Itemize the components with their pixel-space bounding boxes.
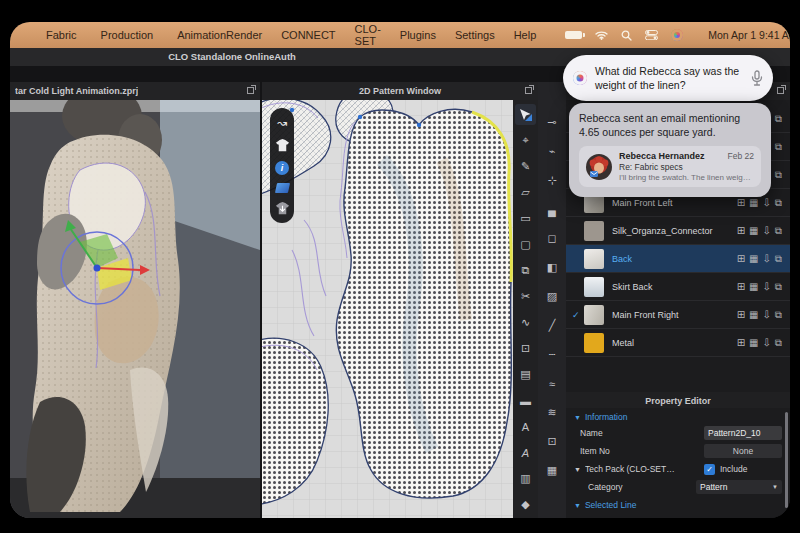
table-row-metal[interactable]: Metal ⊞▦⇩⧉: [566, 329, 790, 357]
chevron-down-icon[interactable]: ▼: [574, 466, 581, 473]
copy-icon[interactable]: ⧉: [775, 226, 782, 236]
battery-icon[interactable]: [565, 31, 582, 39]
table-row-silk-organza-connector[interactable]: Silk_Organza_Connector ⊞▦⇩⧉: [566, 217, 790, 245]
pattern-grid-icon[interactable]: ▦: [749, 282, 758, 292]
trace-tool[interactable]: ∿: [515, 312, 536, 333]
copy-icon[interactable]: ⧉: [775, 254, 782, 264]
segment-sew-tool[interactable]: ⊸: [541, 112, 563, 133]
search-icon[interactable]: [621, 30, 632, 41]
name-field[interactable]: Pattern2D_10: [704, 426, 782, 440]
select-transform-tool[interactable]: [515, 104, 536, 125]
dart-tool[interactable]: ◆: [515, 494, 536, 515]
pattern-piece-main-front[interactable]: [336, 109, 511, 498]
wifi-icon[interactable]: [595, 30, 608, 40]
microphone-icon[interactable]: [751, 70, 763, 86]
polygon-tool[interactable]: ▱: [515, 182, 536, 203]
add-icon[interactable]: ⊞: [737, 338, 745, 348]
menu-settings[interactable]: Settings: [455, 29, 495, 41]
add-icon[interactable]: ⊞: [737, 254, 745, 264]
simulate-garment-tool[interactable]: ◻: [541, 228, 563, 249]
rectangle-tool[interactable]: ▭: [515, 208, 536, 229]
add-icon[interactable]: ⊞: [737, 310, 745, 320]
2d-pattern-titlebar[interactable]: 2D Pattern Window: [262, 82, 538, 100]
copy-icon[interactable]: ⧉: [775, 310, 782, 320]
topstitch-tool[interactable]: ≋: [541, 402, 563, 423]
pattern-grid-icon[interactable]: ▦: [749, 310, 758, 320]
menu-render[interactable]: Render: [226, 29, 262, 41]
category-dropdown[interactable]: Pattern ▼: [696, 480, 782, 494]
pattern-grid-icon[interactable]: ▦: [749, 198, 758, 208]
2d-pattern-canvas[interactable]: [262, 100, 513, 518]
binding-tool[interactable]: ▬: [515, 390, 536, 411]
clone-pattern-tool[interactable]: ⧉: [515, 260, 536, 281]
menu-fabric[interactable]: Fabric: [46, 29, 77, 41]
table-row-skirt-back[interactable]: Skirt Back ⊞▦⇩⧉: [566, 273, 790, 301]
cut-tool[interactable]: ✂: [515, 286, 536, 307]
section-information[interactable]: ▼Information: [566, 408, 790, 424]
quilt-tool[interactable]: ▦: [541, 460, 563, 481]
pleat-fold-tool[interactable]: ▤: [515, 364, 536, 385]
scrollbar[interactable]: [785, 412, 788, 508]
save-icon[interactable]: ⇩: [762, 310, 770, 320]
email-result-card[interactable]: Rebecca Hernandez Feb 22 Re: Fabric spec…: [579, 146, 761, 187]
copy-icon[interactable]: ⧉: [775, 282, 782, 292]
save-icon[interactable]: ⇩: [762, 198, 770, 208]
edit-pattern-tool[interactable]: ⌖: [515, 130, 536, 151]
add-icon[interactable]: ⊞: [737, 226, 745, 236]
save-icon[interactable]: ⇩: [762, 254, 770, 264]
save-icon[interactable]: ⇩: [762, 226, 770, 236]
text-edit-tool[interactable]: A: [515, 442, 536, 463]
garment-shirt-icon[interactable]: [275, 138, 290, 153]
check-icon[interactable]: ✓: [572, 310, 584, 320]
assistant-answer-card[interactable]: Rebecca sent an email mentioning 4.65 ou…: [569, 103, 771, 197]
undock-window-icon[interactable]: [777, 87, 784, 94]
shape-box-tool[interactable]: ⊡: [515, 338, 536, 359]
save-icon[interactable]: ⇩: [762, 282, 770, 292]
zigzag-stitch-tool[interactable]: ≈: [541, 373, 563, 394]
text-tool[interactable]: A: [515, 416, 536, 437]
menu-clo-set[interactable]: CLO-SET: [355, 23, 381, 47]
menu-plugins[interactable]: Plugins: [400, 29, 436, 41]
undock-window-icon[interactable]: [525, 87, 532, 94]
menubar-clock[interactable]: Mon Apr 1 9:41 AM: [708, 29, 790, 41]
fabric-swatch-icon[interactable]: [274, 183, 289, 193]
menu-connect[interactable]: CONNECT: [281, 29, 335, 41]
item-no-field[interactable]: None: [704, 444, 782, 458]
garment-export-icon[interactable]: [275, 201, 290, 216]
control-center-icon[interactable]: [645, 30, 658, 40]
dashed-rectangle-tool[interactable]: ▢: [515, 234, 536, 255]
needle-pen-icon[interactable]: ↝: [275, 115, 290, 130]
table-row-main-front-right[interactable]: ✓ Main Front Right ⊞▦⇩⧉: [566, 301, 790, 329]
info-icon[interactable]: i: [275, 161, 289, 175]
stitch-dashed-tool[interactable]: ┄: [541, 344, 563, 365]
free-sew-tool[interactable]: ⌁: [541, 141, 563, 162]
iron-press-tool[interactable]: ▄: [541, 199, 563, 220]
pattern-grid-icon[interactable]: ▦: [749, 226, 758, 236]
section-selected-line[interactable]: ▼Selected Line: [566, 496, 790, 512]
3d-viewport-titlebar[interactable]: tar Cold Light Animation.zprj: [10, 82, 260, 100]
menu-production[interactable]: Production: [101, 29, 154, 41]
pin-garment-tool[interactable]: ◧: [541, 257, 563, 278]
pen-polygon-tool[interactable]: ✎: [515, 156, 536, 177]
save-icon[interactable]: ⇩: [762, 338, 770, 348]
assistant-menu-icon[interactable]: [671, 29, 683, 41]
copy-icon[interactable]: ⧉: [775, 170, 782, 180]
assistant-question-bubble[interactable]: What did Rebecca say was the weight of t…: [563, 55, 773, 101]
copy-icon[interactable]: ⧉: [775, 338, 782, 348]
pleats-panel-tool[interactable]: ▥: [515, 468, 536, 489]
include-checkbox[interactable]: ✓: [704, 464, 715, 475]
sewing-machine-tool[interactable]: ⊡: [541, 431, 563, 452]
detach-sew-tool[interactable]: ⊹: [541, 170, 563, 191]
3d-viewport-canvas[interactable]: [10, 100, 260, 518]
menu-animation[interactable]: Animation: [177, 29, 226, 41]
copy-icon[interactable]: ⧉: [775, 142, 782, 152]
copy-icon[interactable]: ⧉: [775, 114, 782, 124]
add-icon[interactable]: ⊞: [737, 282, 745, 292]
pattern-grid-icon[interactable]: ▦: [749, 338, 758, 348]
fabric-texture-tool[interactable]: ▨: [541, 286, 563, 307]
pattern-grid-icon[interactable]: ▦: [749, 254, 758, 264]
add-icon[interactable]: ⊞: [737, 198, 745, 208]
table-row-back[interactable]: Back ⊞▦⇩⧉: [566, 245, 790, 273]
menu-help[interactable]: Help: [514, 29, 537, 41]
copy-icon[interactable]: ⧉: [775, 198, 782, 208]
